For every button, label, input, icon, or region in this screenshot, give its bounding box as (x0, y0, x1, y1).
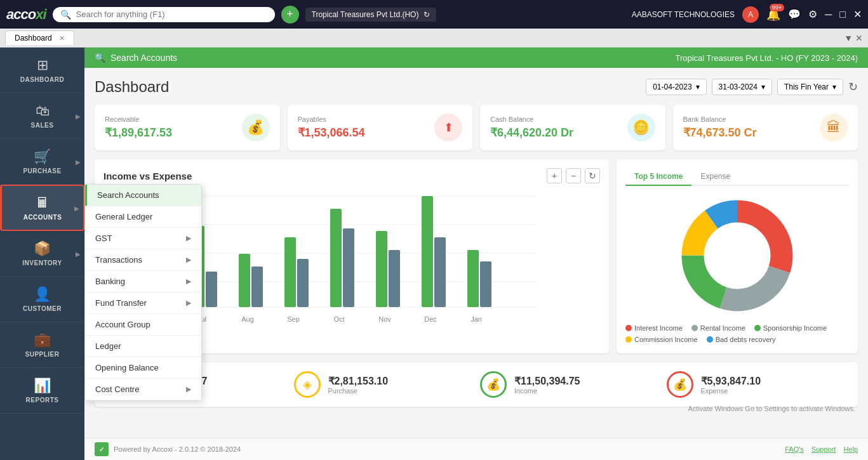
sidebar-item-purchase[interactable]: 🛒 PURCHASE ▶ (0, 139, 84, 185)
charts-row: Income vs Expense + − ↻ (95, 159, 858, 353)
sidebar-item-inventory[interactable]: 📦 INVENTORY ▶ (0, 231, 84, 277)
income-stat-icon: 💰 (480, 371, 507, 398)
purchase-arrow-icon: ▶ (76, 158, 81, 165)
page-title: Dashboard (95, 78, 169, 96)
sidebar-label-dashboard: DASHBOARD (20, 76, 65, 83)
dashboard-refresh-button[interactable]: ↻ (848, 80, 858, 94)
footer-support-link[interactable]: Support (811, 445, 836, 453)
chart-controls: + − ↻ (547, 168, 600, 183)
menu-opening-balance[interactable]: Opening Balance (85, 357, 201, 379)
period-chevron: ▾ (832, 82, 836, 91)
sidebar-item-accounts[interactable]: 🖩 ACCOUNTS ▶ (0, 185, 84, 231)
close-window-button[interactable]: ✕ (853, 8, 862, 20)
menu-ledger[interactable]: Ledger (85, 336, 201, 357)
date-from-input[interactable]: 01-04-2023 ▾ (646, 79, 706, 95)
menu-fund-transfer[interactable]: Fund Transfer ▶ (85, 292, 201, 314)
sidebar-item-sales[interactable]: 🛍 SALES ▶ (0, 93, 84, 139)
bottom-stat-purchase: ◈ ₹2,81,153.10 Purchase (294, 371, 473, 398)
menu-search-accounts[interactable]: Search Accounts (85, 185, 201, 206)
svg-rect-11 (330, 209, 342, 307)
menu-account-group[interactable]: Account Group (85, 314, 201, 336)
donut-chart-container (625, 192, 849, 319)
svg-text:Aug: Aug (241, 315, 254, 323)
commission-income-label: Commission Income (634, 336, 698, 343)
top5-chart-card: Top 5 Income Expense (617, 159, 858, 353)
bottom-stat-income: 💰 ₹11,50,394.75 Income (480, 371, 659, 398)
bottom-stats: ◈ ₹10,00,974.27 Sales ◈ ₹2,81,153.10 Pur… (95, 362, 858, 407)
payables-icon: ⬆ (434, 114, 462, 141)
sidebar-item-supplier[interactable]: 💼 SUPPLIER (0, 322, 84, 368)
footer-faq-link[interactable]: FAQ's (785, 445, 804, 453)
chart-header: Income vs Expense + − ↻ (103, 168, 600, 183)
receivable-card: Receivable ₹1,89,617.53 💰 (95, 105, 280, 150)
settings-button[interactable]: ⚙ (808, 8, 817, 20)
cash-balance-value: ₹6,44,620.20 Dr (490, 126, 573, 140)
rental-income-dot (691, 325, 698, 331)
tab-pill-income[interactable]: Top 5 Income (625, 168, 691, 186)
svg-text:Dec: Dec (424, 315, 437, 323)
customer-icon: 👤 (34, 286, 51, 303)
banking-arrow-icon: ▶ (186, 277, 191, 286)
bank-balance-icon: 🏛 (820, 114, 848, 141)
app-logo: accoxi (6, 6, 46, 23)
company-selector[interactable]: Tropical Treasures Pvt Ltd.(HO) ↻ (305, 8, 437, 22)
bad-debts-dot (707, 336, 713, 343)
sidebar-label-inventory: INVENTORY (22, 260, 62, 266)
messages-button[interactable]: 💬 (788, 8, 801, 20)
accounts-dropdown-menu: Search Accounts General Ledger GST ▶ Tra… (84, 184, 202, 401)
svg-rect-15 (422, 196, 433, 307)
receivable-icon: 💰 (242, 114, 270, 141)
menu-gst[interactable]: GST ▶ (85, 228, 201, 249)
zoom-out-button[interactable]: − (566, 168, 581, 183)
add-button[interactable]: + (281, 6, 299, 23)
tab-pill-expense[interactable]: Expense (691, 168, 739, 186)
footer-help-link[interactable]: Help (843, 445, 858, 453)
reports-icon: 📊 (34, 378, 51, 394)
tab-close-icon[interactable]: ✕ (59, 34, 65, 42)
date-from-value: 01-04-2023 (653, 82, 691, 91)
cash-balance-label: Cash Balance (490, 115, 573, 123)
legend-rental-income: Rental Income (691, 324, 745, 332)
global-search-bar[interactable]: 🔍 (53, 7, 275, 22)
zoom-in-button[interactable]: + (547, 168, 562, 183)
dashboard-tab[interactable]: Dashboard ✕ (5, 30, 74, 45)
sidebar-item-customer[interactable]: 👤 CUSTOMER (0, 277, 84, 322)
sidebar-label-purchase: PURCHASE (23, 168, 61, 174)
payables-value: ₹1,53,066.54 (298, 126, 365, 140)
sidebar-label-sales: SALES (31, 122, 54, 129)
menu-general-ledger[interactable]: General Ledger (85, 206, 201, 228)
sidebar-item-reports[interactable]: 📊 REPORTS (0, 368, 84, 414)
purchase-icon: 🛒 (34, 148, 51, 165)
global-search-input[interactable] (76, 10, 267, 19)
tab-nav-close[interactable]: ✕ (855, 33, 863, 43)
green-header-search[interactable]: 🔍 Search Accounts (95, 53, 177, 63)
svg-text:Jan: Jan (471, 315, 482, 323)
sidebar-label-reports: REPORTS (26, 397, 59, 404)
menu-cost-centre[interactable]: Cost Centre ▶ (85, 379, 201, 400)
legend-sponsorship-income: Sponsorship Income (754, 324, 827, 332)
sidebar-label-customer: CUSTOMER (23, 305, 62, 312)
date-filters: 01-04-2023 ▾ 31-03-2024 ▾ This Fin Year … (646, 79, 858, 95)
sidebar-item-dashboard[interactable]: ⊞ DASHBOARD (0, 48, 84, 93)
sidebar-label-supplier: SUPPLIER (25, 351, 59, 358)
refresh-company-icon[interactable]: ↻ (424, 10, 430, 19)
bank-balance-card: Bank Balance ₹74,673.50 Cr 🏛 (673, 105, 858, 150)
gst-arrow-icon: ▶ (186, 234, 191, 242)
menu-banking[interactable]: Banking ▶ (85, 271, 201, 292)
footer-logo: ✓ (95, 442, 109, 456)
maximize-button[interactable]: □ (839, 9, 846, 20)
notification-button[interactable]: 🔔 99+ (766, 8, 780, 22)
footer-links: FAQ's Support Help (785, 445, 858, 453)
menu-transactions[interactable]: Transactions ▶ (85, 249, 201, 271)
chart-refresh-button[interactable]: ↻ (585, 168, 600, 183)
date-to-input[interactable]: 31-03-2024 ▾ (712, 79, 772, 95)
tab-nav-prev[interactable]: ▼ (844, 33, 853, 43)
tab-nav: ▼ ✕ (844, 33, 863, 43)
inventory-arrow-icon: ▶ (76, 250, 81, 257)
purchase-stat-text: ₹2,81,153.10 Purchase (328, 375, 389, 395)
period-selector[interactable]: This Fin Year ▾ (777, 79, 843, 95)
top5-tab-pills: Top 5 Income Expense (625, 168, 849, 186)
minimize-button[interactable]: ─ (825, 9, 832, 20)
period-value: This Fin Year (784, 82, 829, 91)
svg-rect-10 (297, 259, 309, 307)
